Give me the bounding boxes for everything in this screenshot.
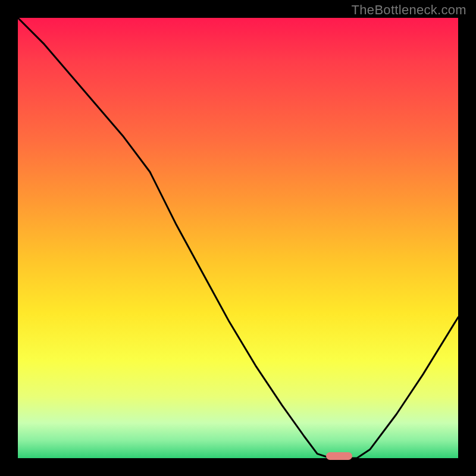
watermark-text: TheBottleneck.com [352, 2, 466, 18]
optimal-range-marker [326, 452, 352, 460]
bottleneck-curve [18, 18, 458, 458]
plot-area [18, 18, 458, 458]
chart-container: TheBottleneck.com [0, 0, 476, 476]
